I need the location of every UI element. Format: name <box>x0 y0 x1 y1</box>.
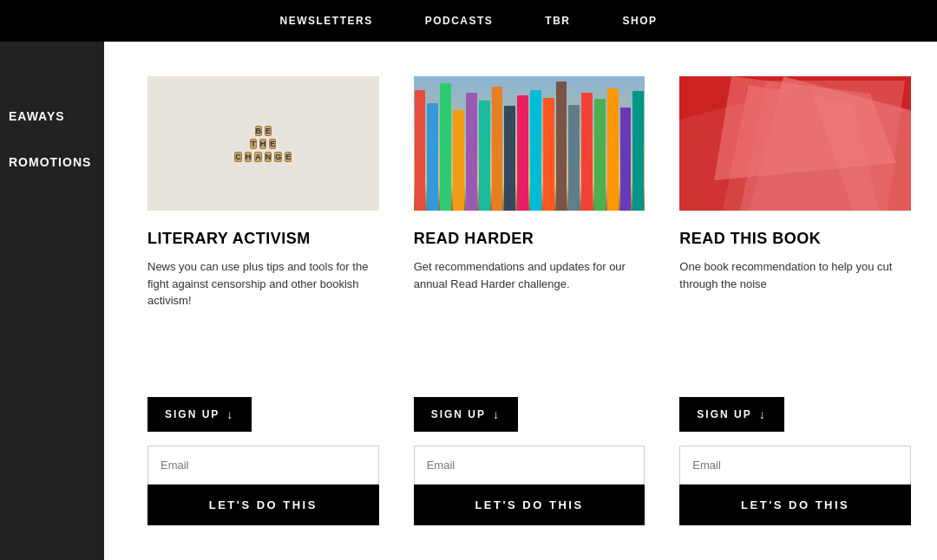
nav-newsletters[interactable]: NEWSLETTERS <box>279 15 372 27</box>
card-description-read-this-book: One book recommendation to help you cut … <box>679 258 911 380</box>
card-image-scrabble: BE THE CHANGE <box>147 76 379 211</box>
card-image-red <box>679 76 911 211</box>
nav-shop[interactable]: SHOP <box>623 15 658 27</box>
signup-button-read-harder[interactable]: SIGN UP ↓ <box>414 397 518 432</box>
top-navigation: NEWSLETTERS PODCASTS TBR SHOP <box>0 0 937 42</box>
sidebar-item-giveaways[interactable]: EAWAYS <box>0 94 104 140</box>
email-input-read-harder[interactable] <box>414 446 645 485</box>
sidebar: EAWAYS ROMOTIONS <box>0 42 104 560</box>
signup-label: SIGN UP <box>431 408 486 420</box>
submit-button-literary-activism[interactable]: LET'S DO THIS <box>147 485 379 525</box>
signup-button-literary-activism[interactable]: SIGN UP ↓ <box>147 397 252 432</box>
email-form-read-harder: LET'S DO THIS <box>414 446 645 525</box>
email-input-literary-activism[interactable] <box>147 446 379 485</box>
book-spines <box>414 76 645 211</box>
card-title-read-this-book: READ THIS BOOK <box>679 230 911 248</box>
submit-button-read-harder[interactable]: LET'S DO THIS <box>414 485 645 525</box>
signup-label: SIGN UP <box>165 408 220 420</box>
arrow-icon: ↓ <box>493 407 501 421</box>
cards-area: BE THE CHANGE LITERARY ACTIVISM News you… <box>104 42 937 560</box>
sidebar-item-promotions[interactable]: ROMOTIONS <box>0 140 104 186</box>
signup-label: SIGN UP <box>697 408 751 420</box>
email-form-read-this-book: LET'S DO THIS <box>679 446 911 525</box>
arrow-icon: ↓ <box>759 407 767 421</box>
card-read-this-book: READ THIS BOOK One book recommendation t… <box>679 76 911 525</box>
email-form-literary-activism: LET'S DO THIS <box>147 446 379 525</box>
main-wrapper: EAWAYS ROMOTIONS BE THE CHANGE <box>0 42 937 560</box>
email-input-read-this-book[interactable] <box>679 446 911 485</box>
card-title-read-harder: READ HARDER <box>414 230 645 248</box>
signup-button-read-this-book[interactable]: SIGN UP ↓ <box>679 397 783 432</box>
red-book-svg <box>679 76 911 211</box>
submit-button-read-this-book[interactable]: LET'S DO THIS <box>679 485 911 525</box>
nav-podcasts[interactable]: PODCASTS <box>425 15 494 27</box>
card-description-read-harder: Get recommendations and updates for our … <box>414 258 645 380</box>
card-description-literary-activism: News you can use plus tips and tools for… <box>147 258 379 380</box>
svg-marker-5 <box>740 81 905 211</box>
card-read-harder: READ HARDER Get recommendations and upda… <box>414 76 645 525</box>
card-image-books <box>414 76 645 211</box>
card-title-literary-activism: LITERARY ACTIVISM <box>147 230 379 248</box>
card-literary-activism: BE THE CHANGE LITERARY ACTIVISM News you… <box>147 76 379 525</box>
nav-tbr[interactable]: TBR <box>545 15 570 27</box>
arrow-icon: ↓ <box>226 407 234 421</box>
